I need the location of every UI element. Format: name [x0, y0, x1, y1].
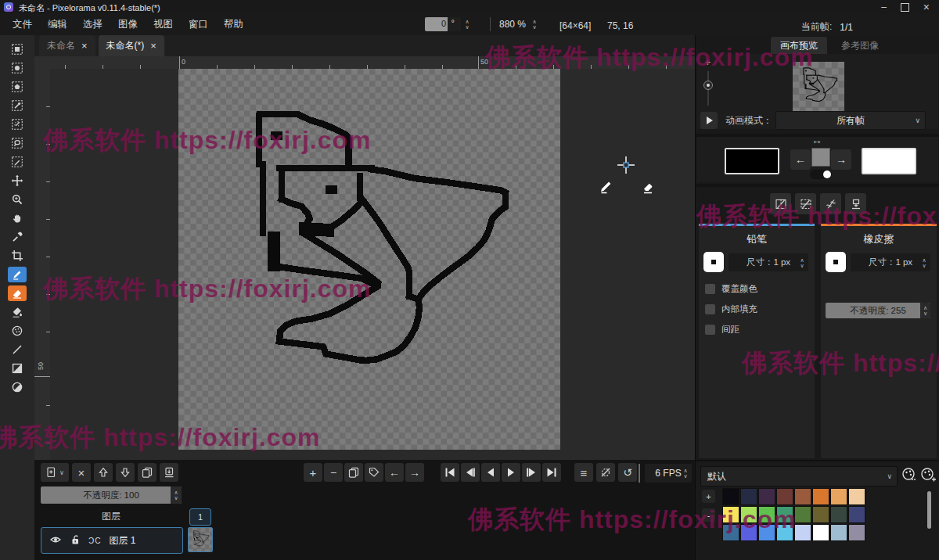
rotation-control[interactable]: 0 ° ∧∨ — [425, 17, 473, 31]
move-layer-up-button[interactable] — [94, 463, 113, 482]
bucket-tool-button[interactable] — [8, 304, 27, 320]
add-frame-button[interactable]: + — [304, 463, 322, 482]
layer-name[interactable]: 图层 1 — [109, 534, 135, 547]
layer-opacity-spinner[interactable]: ∧∨ — [171, 486, 182, 504]
remove-palette-color-button[interactable]: - — [702, 508, 715, 522]
merge-layer-button[interactable] — [160, 463, 178, 482]
pan-tool-button[interactable] — [8, 210, 27, 226]
fps-spinbox[interactable]: 6 FPS ∧∨ — [645, 464, 692, 483]
palette-swatch[interactable] — [830, 524, 847, 541]
preview-tab-reference[interactable]: 参考图像 — [832, 37, 888, 55]
palette-swatch[interactable] — [794, 524, 811, 541]
checkbox-unchecked[interactable] — [705, 304, 715, 314]
palette-swatch[interactable] — [722, 524, 739, 541]
color-mode-toggle[interactable] — [810, 170, 832, 179]
line-tool-button[interactable] — [8, 342, 27, 357]
vertical-ruler[interactable]: 50 — [34, 69, 51, 460]
canvas[interactable] — [178, 69, 560, 450]
menu-item-5[interactable]: 窗口 — [181, 18, 216, 31]
go-first-frame-button[interactable] — [441, 463, 459, 482]
preview-tab-canvas[interactable]: 画布预览 — [771, 37, 827, 55]
color-select-tool-button[interactable] — [8, 98, 27, 113]
canvas-viewport[interactable] — [50, 69, 695, 460]
crop-tool-button[interactable] — [8, 248, 27, 264]
swap-colors-icon[interactable]: ↔ — [811, 134, 822, 146]
palette-swatch[interactable] — [776, 524, 793, 541]
tag-frame-button[interactable] — [365, 463, 383, 482]
palette-swatch[interactable] — [740, 524, 757, 541]
palette-swatch[interactable] — [812, 524, 829, 541]
maximize-button[interactable] — [901, 3, 909, 12]
new-palette-button[interactable] — [919, 466, 937, 486]
palette-scrollbar[interactable] — [927, 491, 931, 529]
palette-swatch[interactable] — [812, 488, 829, 505]
zoom-control[interactable]: 880 % ∧∨ — [499, 17, 540, 31]
pencil-size-spinbox[interactable]: 尺寸：1 px ∧∨ — [729, 253, 808, 271]
palette-swatch[interactable] — [794, 488, 811, 505]
swap-to-right-button[interactable]: → — [831, 149, 851, 170]
zoom-tool-button[interactable] — [8, 192, 27, 207]
shading-tool-button[interactable] — [8, 323, 27, 339]
fps-spinner[interactable]: ∧∨ — [681, 465, 690, 482]
palette-swatch[interactable] — [794, 506, 811, 523]
magic-wand-tool-button[interactable] — [8, 117, 27, 132]
rectangle-tool-button[interactable] — [8, 361, 27, 376]
document-tab[interactable]: 未命名(*)× — [99, 35, 164, 56]
rectangle-select-tool-button[interactable] — [8, 41, 27, 57]
edit-palette-button[interactable] — [901, 466, 918, 486]
horizontal-ruler[interactable]: 050 — [50, 56, 695, 70]
palette-dropdown[interactable]: 默认 ∨ — [700, 466, 898, 486]
minimize-button[interactable]: – — [881, 2, 887, 13]
move-frame-left-button[interactable]: ← — [385, 463, 404, 482]
layer-link-icon[interactable]: ƆC — [88, 537, 101, 545]
pencil-size-spinner[interactable]: ∧∨ — [797, 254, 807, 271]
palette-swatch[interactable] — [830, 506, 847, 523]
mirror-x-button[interactable] — [770, 193, 791, 214]
palette-swatch[interactable] — [740, 506, 757, 523]
eraser-tool-button[interactable] — [8, 285, 27, 301]
menu-item-3[interactable]: 图像 — [110, 18, 146, 31]
menu-item-1[interactable]: 编辑 — [40, 18, 75, 31]
pencil-brush-button[interactable] — [703, 252, 724, 272]
swap-to-left-button[interactable]: ← — [790, 149, 811, 170]
frame-number-button[interactable]: 1 — [189, 508, 211, 526]
go-last-frame-button[interactable] — [542, 463, 561, 482]
next-frame-button[interactable] — [522, 463, 541, 482]
mirror-y-button[interactable] — [795, 193, 816, 214]
pixel-perfect-button[interactable] — [820, 193, 841, 214]
animation-mode-dropdown[interactable]: 所有帧 ∨ — [775, 111, 926, 130]
menu-item-2[interactable]: 选择 — [75, 18, 110, 31]
loop-mode-button[interactable]: ↺ — [618, 463, 637, 482]
layer-row[interactable]: ƆC 图层 1 — [41, 527, 183, 554]
move-tool-button[interactable] — [8, 173, 27, 188]
layer-opacity-slider[interactable]: 不透明度: 100 ∧∨ — [41, 486, 182, 504]
checkbox-unchecked[interactable] — [705, 284, 715, 294]
preview-play-button[interactable] — [700, 112, 718, 129]
palette-swatch[interactable] — [722, 506, 739, 523]
menu-item-6[interactable]: 帮助 — [216, 18, 251, 31]
eraser-size-spinner[interactable]: ∧∨ — [919, 254, 929, 271]
preview-zoom-slider[interactable] — [707, 71, 709, 106]
palette-swatch[interactable] — [722, 488, 739, 505]
move-layer-down-button[interactable] — [116, 463, 135, 482]
layer-lock-icon[interactable] — [69, 533, 81, 548]
onion-skinning-button[interactable] — [596, 463, 615, 482]
rotation-spinner[interactable]: ∧∨ — [461, 17, 473, 31]
menu-item-0[interactable]: 文件 — [5, 18, 40, 31]
polygon-select-tool-button[interactable] — [8, 79, 27, 95]
play-button[interactable] — [502, 463, 520, 482]
palette-swatch[interactable] — [776, 506, 793, 523]
timeline-settings-button[interactable]: ≡ — [574, 463, 593, 482]
cel-thumbnail[interactable] — [188, 527, 213, 552]
checkbox-unchecked[interactable] — [705, 325, 715, 335]
eraser-opacity-slider[interactable]: 不透明度: 255 ∧∨ — [826, 303, 930, 318]
palette-swatch[interactable] — [848, 524, 865, 541]
pencil-tool-button[interactable] — [8, 267, 27, 282]
delete-layer-button[interactable]: × — [72, 463, 91, 482]
ellipse-select-tool-button[interactable] — [8, 60, 27, 76]
play-backwards-button[interactable] — [481, 463, 500, 482]
palette-swatch[interactable] — [776, 488, 793, 505]
palette-swatch[interactable] — [740, 488, 757, 505]
right-color-swatch[interactable] — [862, 148, 916, 174]
eraser-size-spinbox[interactable]: 尺寸：1 px ∧∨ — [851, 253, 930, 271]
